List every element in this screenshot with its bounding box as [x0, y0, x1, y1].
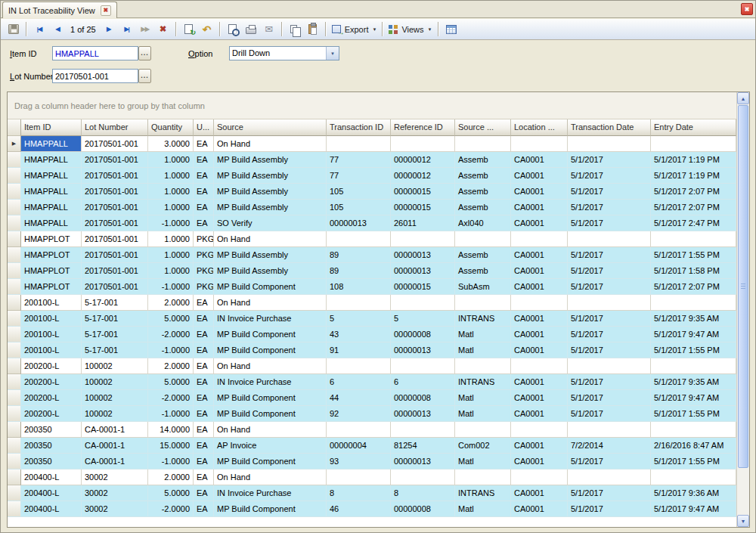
grid-cell[interactable]: 46 [327, 501, 391, 517]
row-indicator[interactable] [8, 295, 21, 311]
grid-cell[interactable]: PKG [194, 247, 214, 263]
indicator-column-header[interactable] [8, 119, 21, 136]
grid-cell[interactable]: 108 [327, 279, 391, 295]
table-row[interactable]: 200100-L5-17-001-1.0000EAMP Build Compon… [8, 342, 736, 358]
grid-cell[interactable]: EA [194, 406, 214, 422]
grid-cell[interactable]: MP Build Assembly [214, 247, 327, 263]
grid-cell[interactable] [391, 136, 455, 152]
row-indicator[interactable] [8, 469, 21, 485]
column-header-uom[interactable]: U... [194, 119, 214, 136]
grid-cell[interactable]: CA0001 [511, 485, 568, 501]
grid-cell[interactable]: MP Build Component [214, 327, 327, 342]
copy-button[interactable] [287, 21, 303, 38]
table-row[interactable]: HMAPPALL20170501-0011.0000EAMP Build Ass… [8, 200, 736, 215]
grid-cell[interactable]: EA [194, 501, 214, 517]
grid-cell[interactable]: 5-17-001 [82, 327, 148, 342]
grid-cell[interactable]: 5/1/2017 [568, 311, 651, 327]
grid-cell[interactable]: CA-0001-1 [82, 422, 148, 438]
grid-cell[interactable]: 200200-L [21, 406, 82, 422]
row-indicator[interactable] [8, 342, 21, 358]
lot-number-field[interactable] [52, 69, 138, 83]
scroll-down-button[interactable]: ▼ [737, 515, 749, 527]
table-row[interactable]: 200200-L100002-1.0000EAMP Build Componen… [8, 406, 736, 422]
grid-cell[interactable]: MP Build Component [214, 390, 327, 406]
grid-cell[interactable] [651, 295, 736, 311]
grid-cell[interactable] [568, 422, 651, 438]
grid-cell[interactable] [511, 422, 568, 438]
grid-cell[interactable]: 77 [327, 152, 391, 168]
table-row[interactable]: HMAPPALL20170501-001-1.0000EASO Verify00… [8, 215, 736, 231]
export-button[interactable]: Export ▼ [330, 21, 379, 38]
grid-cell[interactable]: 200200-L [21, 390, 82, 406]
grid-cell[interactable] [455, 231, 511, 247]
grid-cell[interactable]: 1.0000 [148, 231, 194, 247]
grid-cell[interactable]: 5/1/2017 [568, 454, 651, 469]
grid-cell[interactable] [568, 295, 651, 311]
grid-cell[interactable]: HMAPPLOT [21, 231, 82, 247]
grid-cell[interactable]: CA0001 [511, 406, 568, 422]
delete-button[interactable]: ✖ [155, 21, 172, 38]
grid-cell[interactable]: 5 [391, 311, 455, 327]
row-indicator[interactable]: ▶ [8, 136, 21, 152]
table-row[interactable]: 200200-L1000022.0000EAOn Hand [8, 358, 736, 374]
grid-cell[interactable]: HMAPPALL [21, 136, 82, 152]
grid-cell[interactable]: CA0001 [511, 438, 568, 454]
grid-cell[interactable]: On Hand [214, 231, 327, 247]
vertical-scrollbar[interactable]: ▲ ▼ [736, 92, 749, 527]
grid-cell[interactable] [568, 231, 651, 247]
save-button[interactable] [5, 21, 22, 38]
grid-cell[interactable]: 100002 [82, 374, 148, 390]
grid-cell[interactable]: 5-17-001 [82, 295, 148, 311]
grid-cell[interactable] [651, 422, 736, 438]
grid-cell[interactable]: 00000013 [391, 263, 455, 279]
column-header-source-code[interactable]: Source ... [455, 119, 511, 136]
grid-cell[interactable]: CA-0001-1 [82, 454, 148, 469]
grid-cell[interactable]: CA0001 [511, 168, 568, 184]
grid-cell[interactable]: 200350 [21, 454, 82, 469]
grid-cell[interactable]: 200350 [21, 438, 82, 454]
table-row[interactable]: 200100-L5-17-001-2.0000EAMP Build Compon… [8, 327, 736, 342]
grid-cell[interactable]: 5.0000 [148, 311, 194, 327]
grid-cell[interactable]: Matl [455, 454, 511, 469]
grid-cell[interactable]: 200100-L [21, 342, 82, 358]
row-indicator[interactable] [8, 390, 21, 406]
previous-record-button[interactable]: ◀ [49, 21, 66, 38]
table-row[interactable]: HMAPPALL20170501-0011.0000EAMP Build Ass… [8, 184, 736, 200]
grid-cell[interactable]: 1.0000 [148, 247, 194, 263]
grid-cell[interactable]: 5/1/2017 9:47 AM [651, 327, 736, 342]
grid-cell[interactable] [391, 358, 455, 374]
grid-cell[interactable]: On Hand [214, 136, 327, 152]
table-row[interactable]: HMAPPALL20170501-0011.0000EAMP Build Ass… [8, 152, 736, 168]
table-row[interactable]: HMAPPALL20170501-0011.0000EAMP Build Ass… [8, 168, 736, 184]
item-id-browse-button[interactable]: ... [138, 46, 151, 60]
row-indicator[interactable] [8, 358, 21, 374]
grid-cell[interactable]: 5/1/2017 9:36 AM [651, 485, 736, 501]
grid-cell[interactable]: -2.0000 [148, 501, 194, 517]
grid-cell[interactable]: CA0001 [511, 327, 568, 342]
grid-cell[interactable]: 44 [327, 390, 391, 406]
grid-cell[interactable]: 200400-L [21, 485, 82, 501]
row-indicator[interactable] [8, 263, 21, 279]
grid-cell[interactable]: 200400-L [21, 501, 82, 517]
grid-cell[interactable] [511, 231, 568, 247]
grid-cell[interactable]: On Hand [214, 422, 327, 438]
grid-cell[interactable] [327, 231, 391, 247]
grid-cell[interactable]: EA [194, 438, 214, 454]
grid-cell[interactable]: 5/1/2017 1:19 PM [651, 168, 736, 184]
grid-cell[interactable]: 00000012 [391, 168, 455, 184]
grid-cell[interactable]: 5/1/2017 [568, 406, 651, 422]
grid-cell[interactable]: EA [194, 358, 214, 374]
grid-cell[interactable]: MP Build Component [214, 454, 327, 469]
grid-cell[interactable]: 5/1/2017 [568, 168, 651, 184]
grid-cell[interactable]: SO Verify [214, 215, 327, 231]
grid-cell[interactable]: MP Build Component [214, 501, 327, 517]
grid-cell[interactable]: 30002 [82, 485, 148, 501]
column-header-location[interactable]: Location ... [511, 119, 568, 136]
grid-cell[interactable]: MP Build Assembly [214, 263, 327, 279]
tab-close-button[interactable]: ✖ [101, 5, 111, 16]
grid-cell[interactable]: 5/1/2017 9:47 AM [651, 390, 736, 406]
paste-button[interactable] [305, 21, 321, 38]
grid-cell[interactable]: CA0001 [511, 374, 568, 390]
grid-cell[interactable]: HMAPPLOT [21, 247, 82, 263]
grid-cell[interactable]: 200400-L [21, 469, 82, 485]
